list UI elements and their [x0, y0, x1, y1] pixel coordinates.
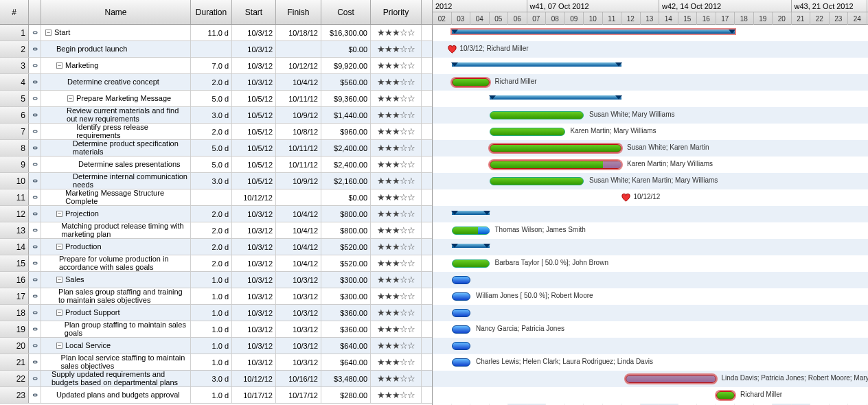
task-row[interactable]: 16 − Sales 1.0 d 10/3/12 10/3/12 $300.00…	[0, 272, 432, 288]
task-row[interactable]: 18 − Product Support 1.0 d 10/3/12 10/3/…	[0, 305, 432, 321]
task-name-cell[interactable]: Begin product launch	[41, 41, 191, 57]
finish-cell[interactable]: 10/4/12	[276, 74, 321, 90]
cost-cell[interactable]: $520.00	[321, 239, 371, 255]
start-cell[interactable]: 10/3/12	[232, 74, 276, 90]
gantt-bar[interactable]	[452, 342, 471, 350]
gantt-bar[interactable]	[452, 227, 490, 235]
task-name-cell[interactable]: Prepare for volume production in accorda…	[41, 255, 191, 271]
collapse-icon[interactable]: −	[56, 244, 62, 250]
link-icon[interactable]	[29, 222, 41, 238]
collapse-icon[interactable]: −	[56, 62, 62, 69]
priority-cell[interactable]: ★★★☆☆	[371, 157, 422, 172]
priority-cell[interactable]: ★★★☆☆	[371, 321, 422, 337]
task-name-cell[interactable]: Plan group staffing to maintain sales go…	[41, 321, 191, 337]
gantt-bar[interactable]	[490, 144, 622, 152]
duration-cell[interactable]: 5.0 d	[191, 140, 232, 156]
start-cell[interactable]: 10/3/12	[232, 58, 276, 73]
finish-cell[interactable]: 10/9/12	[276, 173, 321, 189]
col-header-start[interactable]: Start	[232, 0, 276, 24]
gantt-bar[interactable]	[452, 325, 471, 334]
link-icon[interactable]	[29, 288, 41, 304]
duration-cell[interactable]: 2.0 d	[191, 124, 232, 139]
priority-cell[interactable]: ★★★☆☆	[371, 91, 422, 106]
priority-cell[interactable]: ★★★☆☆	[371, 107, 422, 123]
priority-cell[interactable]: ★★★☆☆	[371, 239, 422, 255]
priority-cell[interactable]: ★★★☆☆	[371, 74, 422, 90]
priority-cell[interactable]: ★★★☆☆	[371, 41, 422, 57]
task-row[interactable]: 4 Determine creative concept 2.0 d 10/3/…	[0, 74, 432, 91]
duration-cell[interactable]: 1.0 d	[191, 305, 232, 321]
link-icon[interactable]	[29, 74, 41, 90]
task-name-cell[interactable]: − Start	[41, 25, 191, 40]
collapse-icon[interactable]: −	[56, 277, 62, 283]
task-name-cell[interactable]: Matching product release timing with mar…	[41, 222, 191, 238]
gantt-bar[interactable]	[452, 30, 735, 34]
finish-cell[interactable]: 10/16/12	[276, 371, 321, 386]
gantt-bar[interactable]	[452, 358, 471, 367]
start-cell[interactable]: 10/5/12	[232, 91, 276, 106]
task-name-cell[interactable]: Identify press release requirements	[41, 124, 191, 139]
link-icon[interactable]	[29, 305, 41, 321]
duration-cell[interactable]: 1.0 d	[191, 338, 232, 354]
start-cell[interactable]: 10/5/12	[232, 107, 276, 123]
task-row[interactable]: 22 Supply updated requirements and budge…	[0, 371, 432, 387]
start-cell[interactable]: 10/17/12	[232, 387, 276, 403]
task-row[interactable]: 17 Plan sales group staffing and trainin…	[0, 288, 432, 305]
col-header-link[interactable]	[29, 0, 41, 24]
gantt-bar[interactable]	[490, 128, 565, 136]
link-icon[interactable]	[29, 41, 41, 57]
col-header-duration[interactable]: Duration	[191, 0, 232, 24]
start-cell[interactable]: 10/3/12	[232, 239, 276, 255]
duration-cell[interactable]: 1.0 d	[191, 321, 232, 337]
task-row[interactable]: 5 − Prepare Marketing Message 5.0 d 10/5…	[0, 91, 432, 107]
link-icon[interactable]	[29, 189, 41, 205]
duration-cell[interactable]: 2.0 d	[191, 239, 232, 255]
gantt-bar[interactable]	[716, 391, 735, 400]
cost-cell[interactable]: $300.00	[321, 288, 371, 304]
priority-cell[interactable]: ★★★☆☆	[371, 387, 422, 403]
duration-cell[interactable]: 2.0 d	[191, 222, 232, 238]
task-name-cell[interactable]: Determine product specification material…	[41, 140, 191, 156]
task-name-cell[interactable]: Plan sales group staffing and training t…	[41, 288, 191, 304]
cost-cell[interactable]: $280.00	[321, 387, 371, 403]
duration-cell[interactable]: 11.0 d	[191, 25, 232, 40]
gantt-bar[interactable]	[490, 95, 622, 100]
link-icon[interactable]	[29, 157, 41, 172]
start-cell[interactable]: 10/5/12	[232, 124, 276, 139]
gantt-bar[interactable]	[452, 259, 490, 268]
duration-cell[interactable]: 3.0 d	[191, 107, 232, 123]
task-name-cell[interactable]: Determine sales presentations	[41, 157, 191, 172]
start-cell[interactable]: 10/3/12	[232, 321, 276, 337]
cost-cell[interactable]: $16,300.00	[321, 25, 371, 40]
finish-cell[interactable]: 10/11/12	[276, 157, 321, 172]
collapse-icon[interactable]: −	[45, 30, 52, 36]
duration-cell[interactable]: 2.0 d	[191, 206, 232, 222]
link-icon[interactable]	[29, 107, 41, 123]
duration-cell[interactable]: 5.0 d	[191, 91, 232, 106]
task-name-cell[interactable]: Updated plans and budgets approval	[41, 387, 191, 403]
task-row[interactable]: 8 Determine product specification materi…	[0, 140, 432, 157]
collapse-icon[interactable]: −	[67, 95, 73, 102]
task-row[interactable]: 3 − Marketing 7.0 d 10/3/12 10/12/12 $9,…	[0, 58, 432, 74]
col-header-priority[interactable]: Priority	[371, 0, 422, 24]
start-cell[interactable]: 10/12/12	[232, 189, 276, 205]
gantt-bar[interactable]	[452, 62, 622, 67]
cost-cell[interactable]: $800.00	[321, 206, 371, 222]
priority-cell[interactable]: ★★★☆☆	[371, 173, 422, 189]
start-cell[interactable]: 10/3/12	[232, 41, 276, 57]
collapse-icon[interactable]: −	[56, 343, 62, 349]
cost-cell[interactable]: $2,400.00	[321, 157, 371, 172]
cost-cell[interactable]: $640.00	[321, 338, 371, 354]
start-cell[interactable]: 10/3/12	[232, 288, 276, 304]
gantt-bar[interactable]	[626, 375, 716, 383]
task-row[interactable]: 20 − Local Service 1.0 d 10/3/12 10/3/12…	[0, 338, 432, 354]
gantt-chart[interactable]: 2012w41, 07 Oct 2012w42, 14 Oct 2012w43,…	[433, 0, 868, 405]
start-cell[interactable]: 10/3/12	[232, 25, 276, 40]
task-row[interactable]: 23 Updated plans and budgets approval 1.…	[0, 387, 432, 404]
task-row[interactable]: 15 Prepare for volume production in acco…	[0, 255, 432, 272]
priority-cell[interactable]: ★★★☆☆	[371, 371, 422, 386]
task-row[interactable]: 12 − Projection 2.0 d 10/3/12 10/4/12 $8…	[0, 206, 432, 222]
task-name-cell[interactable]: Supply updated requirements and budgets …	[41, 371, 191, 386]
finish-cell[interactable]: 10/11/12	[276, 91, 321, 106]
start-cell[interactable]: 10/3/12	[232, 354, 276, 370]
